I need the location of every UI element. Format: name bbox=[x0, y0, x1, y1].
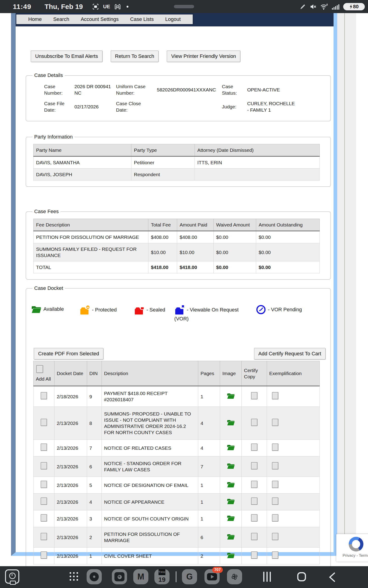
site-header: Home Search Account Settings Case Lists … bbox=[16, 13, 333, 27]
youtube-app-icon[interactable]: 707 bbox=[204, 569, 220, 584]
certify-copy-checkbox[interactable] bbox=[251, 443, 258, 451]
green-open-folder-icon[interactable] bbox=[227, 462, 235, 469]
row-select-checkbox[interactable] bbox=[41, 497, 47, 505]
row-select-checkbox[interactable] bbox=[41, 533, 47, 540]
waived-amount-header: Waived Amount bbox=[214, 219, 256, 231]
docket-icon-legend: Available - Protected - Sealed - Viewabl… bbox=[31, 304, 326, 322]
pages-cell: 6 bbox=[198, 527, 220, 548]
battery-indicator: 80 bbox=[343, 3, 365, 10]
exemplification-checkbox[interactable] bbox=[272, 419, 278, 426]
waived-amount-cell: $0.00 bbox=[214, 243, 256, 261]
nav-item-search[interactable]: Search bbox=[53, 16, 69, 22]
certify-copy-checkbox[interactable] bbox=[251, 551, 258, 559]
exemplification-checkbox[interactable] bbox=[272, 551, 278, 559]
nav-item-logout[interactable]: Logout bbox=[165, 16, 181, 22]
certify-copy-checkbox[interactable] bbox=[251, 497, 258, 505]
back-nav-button[interactable] bbox=[328, 572, 336, 584]
docket-row: 2/13/2026 2 PETITION FOR DISSOLUTION OF … bbox=[34, 527, 320, 548]
calendar-app-icon[interactable]: THU 19 bbox=[154, 569, 170, 584]
certify-copy-checkbox[interactable] bbox=[251, 533, 258, 540]
description-cell: NOTICE OF RELATED CASES bbox=[102, 440, 198, 456]
wifi6-icon: 6 bbox=[320, 3, 328, 10]
party-type-cell: Petitioner bbox=[131, 156, 195, 169]
attorney-cell: ITTS, ERIN bbox=[195, 156, 320, 169]
green-open-folder-icon[interactable] bbox=[227, 481, 235, 488]
home-nav-button[interactable] bbox=[297, 572, 306, 581]
green-open-folder-icon[interactable] bbox=[227, 497, 235, 505]
green-open-folder-icon[interactable] bbox=[227, 551, 235, 559]
exemplification-checkbox[interactable] bbox=[272, 392, 278, 399]
green-open-folder-icon[interactable] bbox=[227, 514, 235, 522]
pinwheel-app-icon[interactable] bbox=[227, 569, 242, 584]
green-open-folder-icon[interactable] bbox=[227, 419, 235, 426]
gmail-app-icon[interactable]: M bbox=[133, 569, 148, 584]
return-to-search-button[interactable]: Return To Search bbox=[111, 51, 159, 62]
row-select-checkbox[interactable] bbox=[41, 481, 47, 488]
row-select-checkbox[interactable] bbox=[41, 392, 47, 399]
fee-row: SUMMONS FAMILY EFILED - REQUEST FOR ISSU… bbox=[34, 243, 320, 261]
green-open-folder-icon[interactable] bbox=[227, 443, 235, 451]
exemplification-checkbox[interactable] bbox=[272, 481, 278, 488]
description-cell: NOTICE - STANDING ORDER FOR FAMILY LAW C… bbox=[102, 456, 198, 477]
chrome-app-icon[interactable] bbox=[87, 569, 102, 584]
green-open-folder-icon[interactable] bbox=[227, 533, 235, 540]
certify-copy-checkbox[interactable] bbox=[251, 514, 258, 522]
android-taskbar: M THU 19 G 707 bbox=[0, 566, 368, 588]
recaptcha-privacy-terms[interactable]: Privacy - Terms bbox=[336, 553, 368, 558]
row-select-checkbox[interactable] bbox=[41, 551, 47, 559]
nav-item-home[interactable]: Home bbox=[28, 16, 42, 22]
pages-cell: 1 bbox=[198, 386, 220, 407]
green-open-folder-icon bbox=[31, 304, 42, 314]
create-pdf-button[interactable]: Create PDF From Selected bbox=[34, 348, 103, 359]
unsubscribe-email-alerts-button[interactable]: Unsubscribe To Email Alerts bbox=[31, 51, 102, 62]
row-select-checkbox[interactable] bbox=[41, 419, 47, 426]
certify-copy-checkbox[interactable] bbox=[251, 462, 258, 469]
app-drawer-button[interactable] bbox=[70, 572, 78, 581]
case-fees-legend: Case Fees bbox=[32, 209, 60, 214]
amount-outstanding-cell: $0.00 bbox=[256, 243, 320, 261]
row-select-checkbox[interactable] bbox=[41, 514, 47, 522]
google-app-icon[interactable]: G bbox=[182, 569, 197, 584]
exemplification-checkbox[interactable] bbox=[272, 497, 278, 505]
docket-date-cell: 2/13/2026 bbox=[55, 527, 87, 548]
description-header: Description bbox=[102, 361, 198, 386]
docket-row: 2/13/2026 6 NOTICE - STANDING ORDER FOR … bbox=[34, 456, 320, 477]
certify-copy-checkbox[interactable] bbox=[251, 481, 258, 488]
view-printer-friendly-button[interactable]: View Printer Friendly Version bbox=[167, 51, 240, 62]
docket-date-cell: 2/13/2026 bbox=[55, 407, 87, 440]
pages-cell: 7 bbox=[198, 456, 220, 477]
recents-nav-button[interactable] bbox=[263, 572, 271, 582]
add-all-checkbox[interactable] bbox=[36, 365, 43, 373]
red-sealed-folder-icon bbox=[134, 304, 145, 315]
notification-dot-icon bbox=[127, 6, 129, 8]
exemplification-checkbox[interactable] bbox=[272, 443, 278, 451]
exemplification-checkbox[interactable] bbox=[272, 533, 278, 540]
green-open-folder-icon[interactable] bbox=[227, 392, 235, 399]
amount-paid-cell: $408.00 bbox=[177, 231, 214, 243]
amount-paid-cell: $418.00 bbox=[177, 261, 214, 273]
fee-row: PETITION FOR DISSOLUTION OF MARRIAGE $40… bbox=[34, 231, 320, 243]
camera-app-icon[interactable] bbox=[112, 569, 127, 584]
exemplification-checkbox[interactable] bbox=[272, 462, 278, 469]
row-select-checkbox[interactable] bbox=[41, 462, 47, 469]
fee-description-header: Fee Description bbox=[34, 219, 148, 231]
case-status-value: OPEN-ACTIVE bbox=[247, 87, 301, 93]
add-certify-request-button[interactable]: Add Certify Request To Cart bbox=[254, 348, 326, 359]
certify-copy-checkbox[interactable] bbox=[251, 392, 258, 399]
uniform-case-number-value: 582026DR000941XXXANC bbox=[157, 87, 222, 93]
party-name-cell: DAVIS, JOSEPH bbox=[34, 169, 131, 181]
pages-cell: 1 bbox=[198, 477, 220, 494]
docket-date-cell: 2/18/2026 bbox=[55, 386, 87, 407]
screenshot-toolbar-icon[interactable] bbox=[5, 570, 19, 584]
certify-copy-checkbox[interactable] bbox=[251, 419, 258, 426]
browser-scrollbar[interactable] bbox=[337, 13, 356, 556]
party-information-legend: Party Information bbox=[32, 134, 75, 140]
din-cell: 1 bbox=[87, 548, 102, 564]
exemplification-checkbox[interactable] bbox=[272, 514, 278, 522]
docket-date-cell: 2/13/2026 bbox=[55, 477, 87, 494]
recaptcha-badge[interactable]: Privacy - Terms bbox=[336, 534, 368, 561]
nav-item-case-lists[interactable]: Case Lists bbox=[130, 16, 154, 22]
nav-item-account-settings[interactable]: Account Settings bbox=[81, 16, 119, 22]
docket-buttons: Create PDF From Selected Add Certify Req… bbox=[34, 348, 325, 359]
row-select-checkbox[interactable] bbox=[41, 443, 47, 451]
